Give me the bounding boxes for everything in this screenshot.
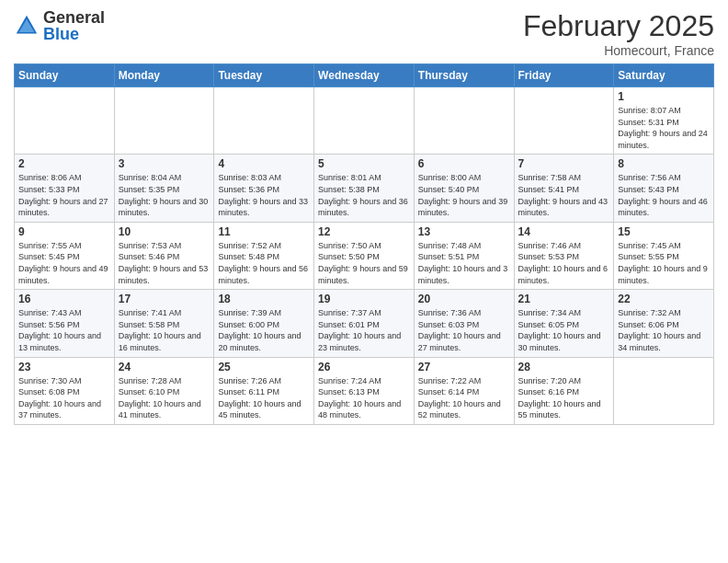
day-number-8: 8 [618, 157, 710, 170]
empty-cell-0-5 [514, 87, 614, 155]
day-cell-14: 14Sunrise: 7:46 AM Sunset: 5:53 PM Dayli… [514, 222, 614, 289]
weekday-tuesday: Tuesday [214, 64, 314, 87]
day-cell-6: 6Sunrise: 8:00 AM Sunset: 5:40 PM Daylig… [414, 155, 514, 222]
day-number-12: 12 [318, 225, 410, 238]
empty-cell-0-0 [15, 87, 115, 155]
day-cell-18: 18Sunrise: 7:39 AM Sunset: 6:00 PM Dayli… [214, 290, 314, 357]
day-info-22: Sunrise: 7:32 AM Sunset: 6:06 PM Dayligh… [618, 307, 710, 353]
day-number-2: 2 [18, 157, 110, 170]
day-info-17: Sunrise: 7:41 AM Sunset: 5:58 PM Dayligh… [119, 307, 210, 353]
day-number-5: 5 [318, 157, 410, 170]
calendar-table: SundayMondayTuesdayWednesdayThursdayFrid… [14, 63, 714, 425]
month-title: February 2025 [523, 9, 714, 43]
day-cell-26: 26Sunrise: 7:24 AM Sunset: 6:13 PM Dayli… [314, 357, 415, 424]
day-info-2: Sunrise: 8:06 AM Sunset: 5:33 PM Dayligh… [18, 172, 110, 218]
day-info-4: Sunrise: 8:03 AM Sunset: 5:36 PM Dayligh… [218, 172, 310, 218]
day-number-28: 28 [518, 361, 610, 373]
day-info-15: Sunrise: 7:45 AM Sunset: 5:55 PM Dayligh… [618, 240, 710, 286]
day-cell-17: 17Sunrise: 7:41 AM Sunset: 5:58 PM Dayli… [114, 290, 214, 357]
day-cell-13: 13Sunrise: 7:48 AM Sunset: 5:51 PM Dayli… [414, 222, 514, 289]
weekday-header-row: SundayMondayTuesdayWednesdayThursdayFrid… [15, 64, 714, 87]
week-row-1: 1Sunrise: 8:07 AM Sunset: 5:31 PM Daylig… [15, 87, 714, 155]
day-info-5: Sunrise: 8:01 AM Sunset: 5:38 PM Dayligh… [318, 172, 410, 218]
day-info-3: Sunrise: 8:04 AM Sunset: 5:35 PM Dayligh… [119, 172, 210, 218]
day-info-20: Sunrise: 7:36 AM Sunset: 6:03 PM Dayligh… [418, 307, 510, 353]
day-number-7: 7 [518, 157, 610, 170]
day-cell-11: 11Sunrise: 7:52 AM Sunset: 5:48 PM Dayli… [214, 222, 314, 289]
weekday-monday: Monday [114, 64, 214, 87]
day-cell-25: 25Sunrise: 7:26 AM Sunset: 6:11 PM Dayli… [214, 357, 314, 424]
week-row-3: 9Sunrise: 7:55 AM Sunset: 5:45 PM Daylig… [15, 222, 714, 289]
weekday-thursday: Thursday [414, 64, 514, 87]
day-cell-21: 21Sunrise: 7:34 AM Sunset: 6:05 PM Dayli… [514, 290, 614, 357]
day-cell-2: 2Sunrise: 8:06 AM Sunset: 5:33 PM Daylig… [15, 155, 115, 222]
day-cell-20: 20Sunrise: 7:36 AM Sunset: 6:03 PM Dayli… [414, 290, 514, 357]
day-cell-4: 4Sunrise: 8:03 AM Sunset: 5:36 PM Daylig… [214, 155, 314, 222]
day-info-10: Sunrise: 7:53 AM Sunset: 5:46 PM Dayligh… [119, 240, 210, 286]
logo-icon [14, 13, 40, 39]
day-number-6: 6 [418, 157, 510, 170]
day-number-15: 15 [618, 225, 710, 238]
day-number-19: 19 [318, 293, 410, 305]
day-info-12: Sunrise: 7:50 AM Sunset: 5:50 PM Dayligh… [318, 240, 410, 286]
week-row-4: 16Sunrise: 7:43 AM Sunset: 5:56 PM Dayli… [15, 290, 714, 357]
week-row-5: 23Sunrise: 7:30 AM Sunset: 6:08 PM Dayli… [15, 357, 714, 424]
day-cell-7: 7Sunrise: 7:58 AM Sunset: 5:41 PM Daylig… [514, 155, 614, 222]
day-number-16: 16 [18, 293, 110, 305]
day-number-17: 17 [119, 293, 210, 305]
day-cell-15: 15Sunrise: 7:45 AM Sunset: 5:55 PM Dayli… [614, 222, 714, 289]
day-number-9: 9 [18, 225, 110, 238]
day-cell-10: 10Sunrise: 7:53 AM Sunset: 5:46 PM Dayli… [114, 222, 214, 289]
day-info-24: Sunrise: 7:28 AM Sunset: 6:10 PM Dayligh… [119, 375, 210, 421]
title-block: February 2025 Homecourt, France [523, 9, 714, 58]
day-number-3: 3 [119, 157, 210, 170]
day-info-8: Sunrise: 7:56 AM Sunset: 5:43 PM Dayligh… [618, 172, 710, 218]
logo-general: General [43, 9, 105, 26]
day-number-21: 21 [518, 293, 610, 305]
day-info-13: Sunrise: 7:48 AM Sunset: 5:51 PM Dayligh… [418, 240, 510, 286]
logo-blue: Blue [43, 26, 105, 42]
day-number-24: 24 [119, 361, 210, 373]
day-number-14: 14 [518, 225, 610, 238]
day-cell-16: 16Sunrise: 7:43 AM Sunset: 5:56 PM Dayli… [15, 290, 115, 357]
empty-cell-0-4 [414, 87, 514, 155]
weekday-friday: Friday [514, 64, 614, 87]
day-info-25: Sunrise: 7:26 AM Sunset: 6:11 PM Dayligh… [218, 375, 310, 421]
day-cell-28: 28Sunrise: 7:20 AM Sunset: 6:16 PM Dayli… [514, 357, 614, 424]
empty-cell-0-1 [114, 87, 214, 155]
day-info-1: Sunrise: 8:07 AM Sunset: 5:31 PM Dayligh… [618, 105, 710, 151]
day-info-23: Sunrise: 7:30 AM Sunset: 6:08 PM Dayligh… [18, 375, 110, 421]
day-cell-3: 3Sunrise: 8:04 AM Sunset: 5:35 PM Daylig… [114, 155, 214, 222]
empty-cell-4-6 [614, 357, 714, 424]
day-number-10: 10 [119, 225, 210, 238]
day-info-11: Sunrise: 7:52 AM Sunset: 5:48 PM Dayligh… [218, 240, 310, 286]
logo: General Blue [14, 9, 105, 42]
day-cell-12: 12Sunrise: 7:50 AM Sunset: 5:50 PM Dayli… [314, 222, 415, 289]
day-number-20: 20 [418, 293, 510, 305]
day-info-21: Sunrise: 7:34 AM Sunset: 6:05 PM Dayligh… [518, 307, 610, 353]
day-cell-24: 24Sunrise: 7:28 AM Sunset: 6:10 PM Dayli… [114, 357, 214, 424]
day-cell-23: 23Sunrise: 7:30 AM Sunset: 6:08 PM Dayli… [15, 357, 115, 424]
day-cell-5: 5Sunrise: 8:01 AM Sunset: 5:38 PM Daylig… [314, 155, 415, 222]
day-number-22: 22 [618, 293, 710, 305]
day-cell-9: 9Sunrise: 7:55 AM Sunset: 5:45 PM Daylig… [15, 222, 115, 289]
day-info-16: Sunrise: 7:43 AM Sunset: 5:56 PM Dayligh… [18, 307, 110, 353]
day-info-9: Sunrise: 7:55 AM Sunset: 5:45 PM Dayligh… [18, 240, 110, 286]
day-number-18: 18 [218, 293, 310, 305]
logo-text: General Blue [43, 9, 105, 42]
weekday-saturday: Saturday [614, 64, 714, 87]
location: Homecourt, France [523, 43, 714, 58]
weekday-sunday: Sunday [15, 64, 115, 87]
day-info-14: Sunrise: 7:46 AM Sunset: 5:53 PM Dayligh… [518, 240, 610, 286]
day-info-7: Sunrise: 7:58 AM Sunset: 5:41 PM Dayligh… [518, 172, 610, 218]
day-number-11: 11 [218, 225, 310, 238]
empty-cell-0-2 [214, 87, 314, 155]
day-info-18: Sunrise: 7:39 AM Sunset: 6:00 PM Dayligh… [218, 307, 310, 353]
empty-cell-0-3 [314, 87, 415, 155]
day-info-6: Sunrise: 8:00 AM Sunset: 5:40 PM Dayligh… [418, 172, 510, 218]
day-cell-1: 1Sunrise: 8:07 AM Sunset: 5:31 PM Daylig… [614, 87, 714, 155]
day-cell-22: 22Sunrise: 7:32 AM Sunset: 6:06 PM Dayli… [614, 290, 714, 357]
day-number-13: 13 [418, 225, 510, 238]
day-number-27: 27 [418, 361, 510, 373]
day-cell-19: 19Sunrise: 7:37 AM Sunset: 6:01 PM Dayli… [314, 290, 415, 357]
